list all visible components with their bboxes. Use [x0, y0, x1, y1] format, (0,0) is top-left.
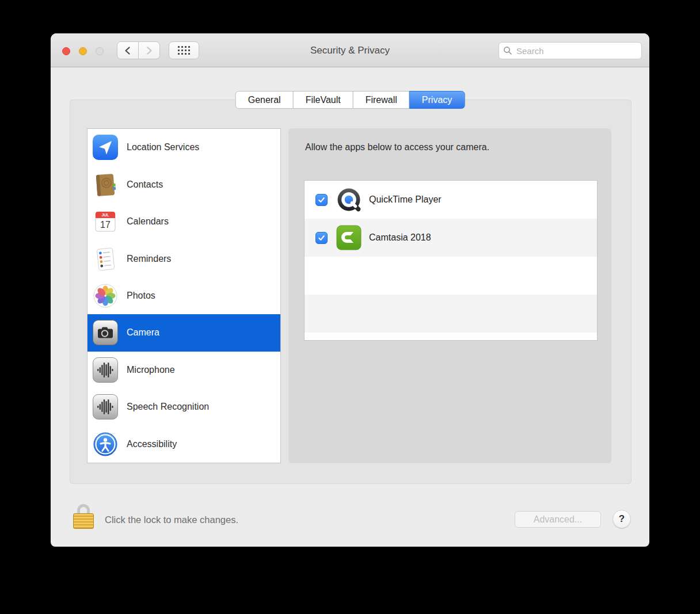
camera-access-panel: Allow the apps below to access your came…: [288, 128, 611, 463]
sidebar-item-label: Calendars: [127, 216, 169, 227]
contacts-icon: [93, 172, 118, 197]
search-icon: [503, 46, 512, 55]
lock-body: [73, 513, 94, 529]
sidebar-item-label: Contacts: [127, 180, 163, 190]
app-row-empty: [305, 333, 597, 341]
svg-text:JUL: JUL: [101, 213, 109, 217]
reminders-icon: [93, 246, 118, 272]
accessibility-icon: [93, 432, 118, 457]
quicktime-checkbox[interactable]: [315, 194, 328, 206]
sidebar-item-camera[interactable]: Camera: [88, 314, 280, 351]
sidebar-item-calendars[interactable]: JUL 17 Calendars: [88, 203, 280, 240]
sidebar-item-speech-recognition[interactable]: Speech Recognition: [88, 388, 280, 425]
privacy-category-list: Location Services Contacts: [87, 128, 281, 463]
close-button[interactable]: [62, 47, 70, 55]
advanced-button[interactable]: Advanced...: [515, 511, 601, 528]
sidebar-item-contacts[interactable]: Contacts: [88, 166, 280, 203]
tab-filevault[interactable]: FileVault: [293, 91, 353, 109]
checkmark-icon: [317, 234, 326, 242]
nav-buttons: [117, 41, 160, 59]
traffic-lights: [62, 47, 104, 55]
sidebar-item-accessibility[interactable]: Accessibility: [88, 426, 280, 463]
quicktime-player-icon: [336, 187, 362, 212]
chevron-left-icon: [123, 45, 133, 56]
photos-icon: [93, 283, 118, 308]
forward-button[interactable]: [138, 41, 160, 59]
sidebar-item-label: Location Services: [127, 142, 199, 152]
app-row-empty: [305, 295, 597, 333]
security-privacy-window: Security & Privacy General FileVault Fir…: [51, 33, 649, 547]
camtasia-icon: [336, 225, 362, 250]
panel-heading: Allow the apps below to access your came…: [305, 142, 489, 152]
sidebar-item-label: Speech Recognition: [127, 402, 209, 412]
calendars-icon: JUL 17: [93, 209, 118, 234]
tab-bar: General FileVault Firewall Privacy: [235, 91, 465, 109]
chevron-right-icon: [144, 45, 154, 56]
lock-icon[interactable]: [73, 504, 94, 529]
app-name: QuickTime Player: [369, 195, 442, 205]
minimize-button[interactable]: [79, 47, 87, 55]
search-field-wrap: [499, 42, 642, 59]
title-bar: Security & Privacy: [51, 33, 649, 67]
camera-icon: [93, 320, 118, 345]
help-button[interactable]: ?: [612, 510, 631, 528]
sidebar-item-label: Microphone: [127, 365, 175, 375]
camtasia-checkbox[interactable]: [315, 232, 328, 244]
back-button[interactable]: [117, 41, 139, 59]
tab-privacy[interactable]: Privacy: [409, 91, 465, 109]
app-row-empty: [305, 257, 597, 295]
tab-general[interactable]: General: [235, 91, 294, 109]
sidebar-item-label: Photos: [127, 291, 155, 301]
grid-icon: [178, 46, 190, 55]
sidebar-item-microphone[interactable]: Microphone: [88, 352, 280, 388]
location-services-icon: [93, 135, 118, 160]
tab-firewall[interactable]: Firewall: [353, 91, 410, 109]
svg-text:17: 17: [100, 220, 111, 230]
sidebar-item-label: Reminders: [127, 254, 171, 264]
lock-hint-text: Click the lock to make changes.: [105, 514, 238, 525]
app-name: Camtasia 2018: [369, 232, 431, 243]
microphone-icon: [93, 357, 118, 383]
sidebar-item-reminders[interactable]: Reminders: [88, 240, 280, 277]
zoom-button: [96, 47, 104, 55]
app-row-quicktime: QuickTime Player: [305, 181, 597, 219]
app-list: QuickTime Player Camtasia 2018: [304, 180, 598, 341]
sidebar-item-location-services[interactable]: Location Services: [88, 129, 280, 166]
show-all-button[interactable]: [169, 41, 199, 59]
checkmark-icon: [317, 196, 326, 204]
sidebar-item-label: Camera: [127, 327, 159, 338]
speech-recognition-icon: [93, 394, 118, 419]
search-input[interactable]: [499, 42, 642, 59]
sidebar-item-label: Accessibility: [127, 439, 177, 449]
app-row-camtasia: Camtasia 2018: [305, 219, 597, 257]
sidebar-item-photos[interactable]: Photos: [88, 277, 280, 314]
